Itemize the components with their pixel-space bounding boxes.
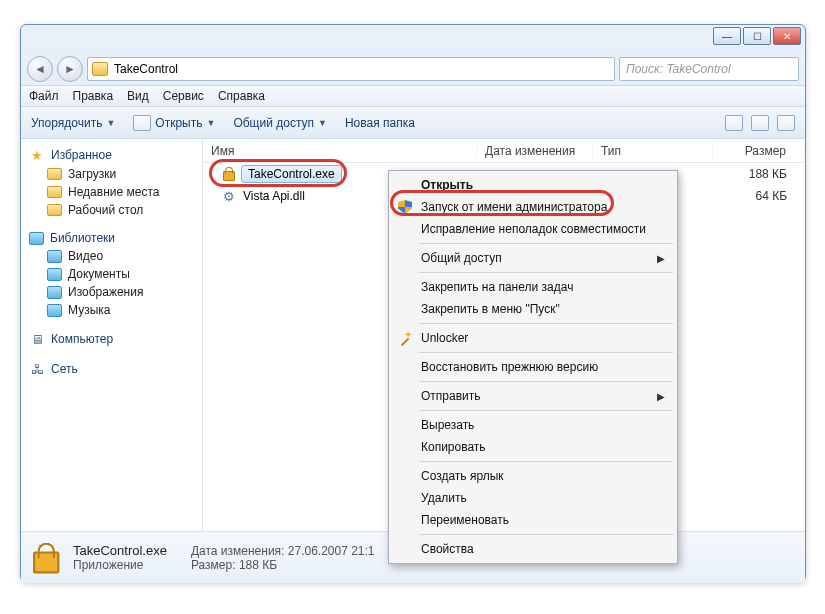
menu-help[interactable]: Справка	[218, 89, 265, 103]
shield-icon	[397, 199, 413, 215]
details-filename: TakeControl.exe	[73, 543, 167, 558]
menu-bar: Файл Правка Вид Сервис Справка	[21, 85, 805, 107]
menu-view[interactable]: Вид	[127, 89, 149, 103]
newfolder-label: Новая папка	[345, 116, 415, 130]
preview-pane-button[interactable]	[751, 115, 769, 131]
separator	[419, 243, 673, 244]
minimize-button[interactable]: —	[713, 27, 741, 45]
menu-edit[interactable]: Правка	[73, 89, 114, 103]
col-name[interactable]: Имя	[203, 144, 477, 158]
back-button[interactable]: ◄	[27, 56, 53, 82]
view-button[interactable]	[725, 115, 743, 131]
sidebar-network[interactable]: 🖧Сеть	[21, 359, 202, 379]
ctx-shortcut[interactable]: Создать ярлык	[391, 465, 675, 487]
ctx-label: Запуск от имени администратора	[421, 200, 607, 214]
ctx-unlocker[interactable]: Unlocker	[391, 327, 675, 349]
gear-icon: ⚙	[221, 188, 237, 204]
file-size: 64 КБ	[713, 189, 805, 203]
item-label: Рабочий стол	[68, 203, 143, 217]
ctx-label: Исправление неполадок совместимости	[421, 222, 646, 236]
open-label: Открыть	[155, 116, 202, 130]
search-input[interactable]: Поиск: TakeControl	[619, 57, 799, 81]
sidebar-item-video[interactable]: Видео	[21, 247, 202, 265]
open-button[interactable]: Открыть▼	[133, 115, 215, 131]
folder-icon	[47, 186, 62, 198]
sidebar-item-recent[interactable]: Недавние места	[21, 183, 202, 201]
network-icon: 🖧	[29, 361, 45, 377]
folder-icon	[47, 204, 62, 216]
help-button[interactable]	[777, 115, 795, 131]
ctx-label: Закрепить на панели задач	[421, 280, 573, 294]
lock-icon	[29, 542, 60, 573]
details-date-label: Дата изменения:	[191, 544, 285, 558]
documents-icon	[47, 268, 62, 281]
nav-bar: ◄ ► TakeControl Поиск: TakeControl	[21, 53, 805, 85]
item-label: Видео	[68, 249, 103, 263]
ctx-cut[interactable]: Вырезать	[391, 414, 675, 436]
ctx-restore-version[interactable]: Восстановить прежнюю версию	[391, 356, 675, 378]
ctx-delete[interactable]: Удалить	[391, 487, 675, 509]
col-size[interactable]: Размер	[713, 144, 805, 158]
menu-tools[interactable]: Сервис	[163, 89, 204, 103]
sidebar: ★Избранное Загрузки Недавние места Рабоч…	[21, 139, 203, 531]
favorites-label: Избранное	[51, 148, 112, 162]
chevron-down-icon: ▼	[206, 118, 215, 128]
library-icon	[29, 232, 44, 245]
sidebar-item-music[interactable]: Музыка	[21, 301, 202, 319]
separator	[419, 323, 673, 324]
ctx-label: Создать ярлык	[421, 469, 504, 483]
details-type: Приложение	[73, 558, 167, 572]
ctx-label: Общий доступ	[421, 251, 502, 265]
item-label: Изображения	[68, 285, 143, 299]
separator	[419, 272, 673, 273]
ctx-compat-troubleshoot[interactable]: Исправление неполадок совместимости	[391, 218, 675, 240]
sidebar-libraries[interactable]: Библиотеки	[21, 229, 202, 247]
ctx-sendto[interactable]: Отправить▶	[391, 385, 675, 407]
ctx-label: Закрепить в меню "Пуск"	[421, 302, 560, 316]
ctx-pin-taskbar[interactable]: Закрепить на панели задач	[391, 276, 675, 298]
sidebar-favorites[interactable]: ★Избранное	[21, 145, 202, 165]
titlebar[interactable]: — ☐ ✕	[21, 25, 805, 53]
ctx-runas-admin[interactable]: Запуск от имени администратора	[391, 196, 675, 218]
file-size: 188 КБ	[713, 167, 805, 181]
menu-file[interactable]: Файл	[29, 89, 59, 103]
ctx-share[interactable]: Общий доступ▶	[391, 247, 675, 269]
ctx-pin-start[interactable]: Закрепить в меню "Пуск"	[391, 298, 675, 320]
separator	[419, 352, 673, 353]
pictures-icon	[47, 286, 62, 299]
share-button[interactable]: Общий доступ▼	[233, 116, 327, 130]
sidebar-item-desktop[interactable]: Рабочий стол	[21, 201, 202, 219]
details-size: 188 КБ	[239, 558, 277, 572]
sidebar-item-documents[interactable]: Документы	[21, 265, 202, 283]
sidebar-computer[interactable]: 🖥Компьютер	[21, 329, 202, 349]
details-size-label: Размер:	[191, 558, 236, 572]
ctx-open[interactable]: Открыть	[391, 174, 675, 196]
item-label: Загрузки	[68, 167, 116, 181]
close-button[interactable]: ✕	[773, 27, 801, 45]
folder-icon	[92, 62, 108, 76]
forward-button[interactable]: ►	[57, 56, 83, 82]
maximize-button[interactable]: ☐	[743, 27, 771, 45]
ctx-label: Открыть	[421, 178, 473, 192]
newfolder-button[interactable]: Новая папка	[345, 116, 415, 130]
col-date[interactable]: Дата изменения	[477, 144, 593, 158]
chevron-down-icon: ▼	[318, 118, 327, 128]
folder-icon	[47, 168, 62, 180]
ctx-label: Копировать	[421, 440, 486, 454]
network-label: Сеть	[51, 362, 78, 376]
col-type[interactable]: Тип	[593, 144, 713, 158]
organize-button[interactable]: Упорядочить▼	[31, 116, 115, 130]
ctx-rename[interactable]: Переименовать	[391, 509, 675, 531]
submenu-arrow-icon: ▶	[657, 391, 665, 402]
ctx-copy[interactable]: Копировать	[391, 436, 675, 458]
sidebar-item-downloads[interactable]: Загрузки	[21, 165, 202, 183]
ctx-label: Переименовать	[421, 513, 509, 527]
column-headers: Имя Дата изменения Тип Размер	[203, 139, 805, 163]
sidebar-item-pictures[interactable]: Изображения	[21, 283, 202, 301]
ctx-properties[interactable]: Свойства	[391, 538, 675, 560]
item-label: Недавние места	[68, 185, 159, 199]
ctx-label: Свойства	[421, 542, 474, 556]
lock-icon	[221, 167, 235, 181]
address-bar[interactable]: TakeControl	[87, 57, 615, 81]
music-icon	[47, 304, 62, 317]
